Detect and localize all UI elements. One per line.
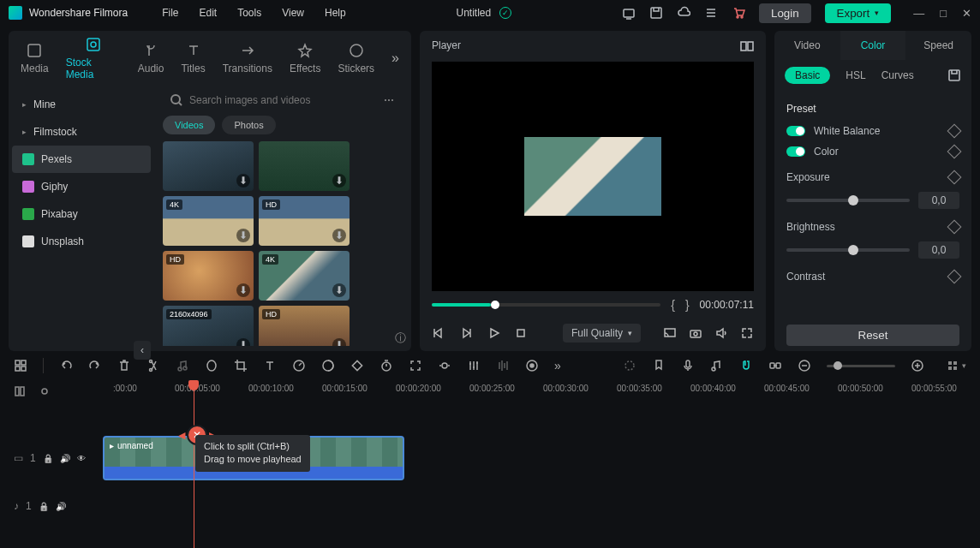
source-giphy[interactable]: Giphy (12, 173, 151, 200)
export-button[interactable]: Export▾ (825, 3, 892, 23)
adjust-icon[interactable] (467, 359, 481, 372)
reset-button[interactable]: Reset (786, 325, 959, 346)
zoom-in-button[interactable] (911, 359, 924, 372)
device-icon[interactable] (622, 6, 636, 20)
download-icon[interactable]: ⬇ (236, 338, 250, 346)
download-icon[interactable]: ⬇ (236, 229, 250, 242)
music-beat-icon[interactable] (176, 359, 189, 372)
keyframe-icon[interactable] (947, 124, 962, 139)
keyframe-icon[interactable] (947, 270, 962, 284)
keyframe-icon[interactable] (947, 145, 962, 159)
thumbnail[interactable]: ⬇ (163, 141, 254, 191)
download-icon[interactable]: ⬇ (332, 338, 346, 346)
download-icon[interactable]: ⬇ (332, 229, 346, 242)
save-preset-icon[interactable] (947, 68, 961, 82)
time-ruler[interactable]: :00:00 00:00:05:00 00:00:10:00 00:00:15:… (113, 380, 966, 402)
zoom-slider[interactable] (827, 365, 895, 367)
color-subtab-curves[interactable]: Curves (881, 69, 914, 81)
view-dropdown[interactable]: ▾ (962, 361, 966, 370)
download-icon[interactable]: ⬇ (236, 174, 250, 188)
redo-button[interactable] (88, 359, 102, 372)
player-scrubber[interactable] (432, 303, 660, 307)
menu-help[interactable]: Help (325, 7, 346, 19)
menu-edit[interactable]: Edit (200, 7, 218, 19)
record-icon[interactable] (525, 359, 539, 372)
marker-icon[interactable] (652, 359, 666, 372)
voiceover-icon[interactable] (681, 359, 695, 372)
more-tools-button[interactable]: » (554, 359, 561, 372)
thumbnail[interactable]: HD⬇ (259, 196, 350, 246)
tab-transitions[interactable]: Transitions (223, 42, 272, 74)
audio-mix-icon[interactable] (496, 359, 510, 372)
mark-out-button[interactable]: } (685, 298, 690, 312)
zoom-out-button[interactable] (798, 359, 811, 372)
track-link-icon[interactable] (38, 384, 51, 398)
fullscreen-icon[interactable] (740, 326, 754, 340)
brightness-slider[interactable] (786, 248, 910, 252)
quality-dropdown[interactable]: Full Quality▾ (563, 324, 641, 342)
tab-effects[interactable]: Effects (290, 42, 320, 74)
track-header-icon[interactable] (14, 384, 27, 398)
inspector-tab-color[interactable]: Color (840, 31, 906, 60)
source-unsplash[interactable]: Unsplash (12, 228, 151, 255)
subtab-photos[interactable]: Photos (222, 116, 275, 134)
tab-media[interactable]: Media (21, 42, 49, 74)
mask-icon[interactable] (205, 359, 218, 372)
next-frame-button[interactable] (459, 326, 473, 340)
prev-frame-button[interactable] (432, 326, 445, 340)
magnet-icon[interactable] (739, 359, 753, 372)
thumbnail[interactable]: 4K⬇ (163, 196, 254, 246)
stop-button[interactable] (514, 326, 528, 340)
tab-audio[interactable]: Audio (138, 42, 164, 74)
menu-view[interactable]: View (282, 7, 304, 19)
delete-button[interactable] (117, 359, 131, 372)
source-pixabay[interactable]: Pixabay (12, 200, 151, 228)
brightness-value[interactable]: 0,0 (918, 241, 959, 259)
expand-tabs-button[interactable]: » (391, 51, 399, 66)
grid-view-icon[interactable] (948, 361, 957, 370)
player-viewport[interactable] (432, 62, 754, 291)
inspector-tab-speed[interactable]: Speed (905, 31, 971, 60)
download-icon[interactable]: ⬇ (332, 283, 346, 297)
color-subtab-hsl[interactable]: HSL (846, 69, 865, 81)
color-icon[interactable] (321, 359, 335, 372)
lock-icon[interactable] (39, 500, 49, 512)
menu-file[interactable]: File (162, 7, 178, 19)
fit-icon[interactable] (409, 359, 422, 372)
mute-icon[interactable] (60, 452, 70, 464)
maximize-button[interactable]: □ (940, 7, 947, 20)
exposure-value[interactable]: 0,0 (918, 192, 959, 209)
link-icon[interactable] (768, 359, 782, 372)
motion-icon[interactable] (438, 359, 451, 372)
thumbnail[interactable]: ⬇ (259, 141, 350, 191)
source-mine[interactable]: ▸Mine (12, 91, 151, 118)
cast-icon[interactable] (663, 326, 677, 340)
volume-icon[interactable] (714, 326, 728, 340)
speed-icon[interactable] (292, 359, 306, 372)
keyframe-tool-icon[interactable] (350, 359, 364, 372)
thumbnail[interactable]: 2160x4096⬇ (163, 306, 254, 346)
visibility-icon[interactable] (77, 452, 86, 464)
search-input[interactable] (189, 94, 377, 106)
split-button[interactable] (146, 359, 160, 372)
inspector-tab-video[interactable]: Video (774, 31, 840, 60)
color-subtab-basic[interactable]: Basic (785, 67, 830, 84)
save-icon[interactable] (649, 6, 663, 20)
subtab-videos[interactable]: Videos (163, 116, 215, 134)
tab-titles[interactable]: Titles (181, 42, 205, 74)
close-button[interactable]: ✕ (962, 7, 971, 20)
undo-button[interactable] (59, 359, 73, 372)
keyframe-icon[interactable] (947, 220, 962, 235)
thumbnail[interactable]: HD⬇ (163, 251, 254, 301)
info-icon[interactable]: ⓘ (395, 331, 406, 346)
download-icon[interactable]: ⬇ (236, 283, 250, 297)
login-button[interactable]: Login (759, 3, 811, 23)
download-icon[interactable]: ⬇ (332, 174, 346, 188)
text-icon[interactable] (263, 359, 277, 372)
minimize-button[interactable]: — (913, 7, 924, 20)
crop-icon[interactable] (234, 359, 248, 372)
duration-icon[interactable] (379, 359, 393, 372)
snapshot-compare-icon[interactable] (740, 39, 754, 53)
playhead[interactable] (194, 380, 194, 548)
thumbnail[interactable]: HD⬇ (259, 306, 350, 346)
